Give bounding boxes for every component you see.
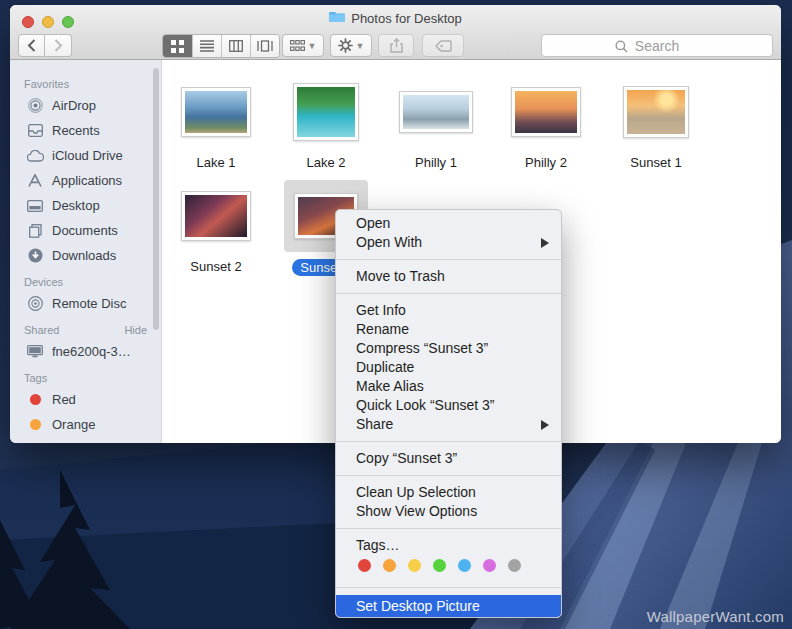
documents-icon <box>26 224 44 238</box>
sidebar-item-red[interactable]: Red <box>10 387 161 412</box>
photo-image <box>627 90 685 134</box>
file-label: Philly 2 <box>525 155 567 170</box>
file-philly-1[interactable]: Philly 1 <box>386 76 486 170</box>
file-thumbnail[interactable] <box>501 76 591 148</box>
file-lake-1[interactable]: Lake 1 <box>166 76 266 170</box>
menu-item-tags[interactable]: Tags… <box>336 536 561 555</box>
sidebar-item-label: Desktop <box>52 198 100 213</box>
view-switcher <box>162 34 280 58</box>
sidebar-item-fne6200q-3-[interactable]: fne6200q-3… <box>10 339 161 364</box>
menu-item-open[interactable]: Open <box>336 214 561 233</box>
sidebar-scrollbar[interactable] <box>153 68 159 330</box>
sidebar-item-remote-disc[interactable]: Remote Disc <box>10 291 161 316</box>
menu-item-quick-look-sunset-3[interactable]: Quick Look “Sunset 3” <box>336 396 561 415</box>
photo-image <box>515 91 577 133</box>
window-chrome: Photos for Desktop <box>10 5 781 60</box>
sidebar-item-orange[interactable]: Orange <box>10 412 161 437</box>
file-thumbnail[interactable] <box>613 76 699 148</box>
photo-thumbnail-frame <box>511 87 581 137</box>
tag-color-dot[interactable] <box>408 559 421 572</box>
search-input[interactable] <box>542 38 772 54</box>
photo-thumbnail-frame <box>399 91 473 133</box>
sidebar-section-header: SharedHide <box>24 324 147 336</box>
chevron-down-icon: ▼ <box>308 41 317 51</box>
file-lake-2[interactable]: Lake 2 <box>276 76 376 170</box>
file-thumbnail[interactable] <box>171 180 261 252</box>
tag-color-dot[interactable] <box>483 559 496 572</box>
sidebar-item-airdrop[interactable]: AirDrop <box>10 93 161 118</box>
menu-item-compress-sunset-3[interactable]: Compress “Sunset 3” <box>336 339 561 358</box>
menu-item-move-to-trash[interactable]: Move to Trash <box>336 267 561 286</box>
action-button[interactable]: ▼ <box>330 34 372 57</box>
sidebar-item-recents[interactable]: Recents <box>10 118 161 143</box>
tag-dot <box>26 419 44 430</box>
sidebar-item-label: Documents <box>52 223 118 238</box>
menu-item-show-view-options[interactable]: Show View Options <box>336 502 561 521</box>
menu-item-make-alias[interactable]: Make Alias <box>336 377 561 396</box>
menu-separator <box>336 259 561 260</box>
tag-color-dot[interactable] <box>458 559 471 572</box>
menu-item-duplicate[interactable]: Duplicate <box>336 358 561 377</box>
applications-icon <box>26 174 44 187</box>
arrange-button[interactable]: ▼ <box>282 34 324 57</box>
tag-color-dot[interactable] <box>383 559 396 572</box>
downloads-icon <box>26 248 44 263</box>
sidebar-section-header: Devices <box>24 276 147 288</box>
photo-image <box>185 195 247 237</box>
menu-separator <box>336 475 561 476</box>
share-button[interactable] <box>378 34 414 57</box>
view-grid-button[interactable] <box>163 35 192 57</box>
toolbar: ▼ ▼ <box>10 31 781 60</box>
section-title: Devices <box>24 276 63 288</box>
sidebar-item-icloud-drive[interactable]: iCloud Drive <box>10 143 161 168</box>
sidebar-item-documents[interactable]: Documents <box>10 218 161 243</box>
remote-disc-icon <box>26 296 44 311</box>
photo-thumbnail-frame <box>181 87 251 137</box>
sidebar-item-desktop[interactable]: Desktop <box>10 193 161 218</box>
tag-icon <box>435 40 452 52</box>
menu-item-copy-sunset-3[interactable]: Copy “Sunset 3” <box>336 449 561 468</box>
search-field[interactable] <box>541 34 773 57</box>
menu-item-clean-up-selection[interactable]: Clean Up Selection <box>336 483 561 502</box>
menu-item-rename[interactable]: Rename <box>336 320 561 339</box>
sidebar-item-label: Orange <box>52 417 95 432</box>
menu-item-set-desktop-picture[interactable]: Set Desktop Picture <box>336 595 561 617</box>
recents-icon <box>26 124 44 137</box>
view-coverflow-button[interactable] <box>250 35 279 57</box>
sidebar-item-label: Recents <box>52 123 100 138</box>
file-thumbnail[interactable] <box>283 76 369 148</box>
file-sunset-1[interactable]: Sunset 1 <box>606 76 706 170</box>
view-list-button[interactable] <box>192 35 221 57</box>
sidebar: FavoritesAirDropRecentsiCloud DriveAppli… <box>10 60 162 443</box>
tag-color-dot[interactable] <box>508 559 521 572</box>
search-icon <box>615 39 628 57</box>
section-title: Favorites <box>24 78 69 90</box>
back-button[interactable] <box>18 34 45 57</box>
file-thumbnail[interactable] <box>389 76 483 148</box>
sidebar-item-downloads[interactable]: Downloads <box>10 243 161 268</box>
menu-item-get-info[interactable]: Get Info <box>336 301 561 320</box>
menu-item-share[interactable]: Share <box>336 415 561 434</box>
shared-computer-icon <box>26 345 44 358</box>
file-sunset-2[interactable]: Sunset 2 <box>166 180 266 274</box>
sidebar-item-label: iCloud Drive <box>52 148 123 163</box>
chevron-down-icon: ▼ <box>356 41 365 51</box>
file-thumbnail[interactable] <box>171 76 261 148</box>
forward-button[interactable] <box>45 34 72 57</box>
folder-icon <box>329 9 345 27</box>
sidebar-item-applications[interactable]: Applications <box>10 168 161 193</box>
tag-color-dot[interactable] <box>433 559 446 572</box>
menu-item-open-with[interactable]: Open With <box>336 233 561 252</box>
file-philly-2[interactable]: Philly 2 <box>496 76 596 170</box>
section-title: Tags <box>24 372 47 384</box>
sidebar-section-header: Favorites <box>24 78 147 90</box>
view-columns-button[interactable] <box>221 35 250 57</box>
tag-color-dot[interactable] <box>358 559 371 572</box>
tag-button[interactable] <box>422 34 464 57</box>
submenu-arrow-icon <box>541 420 549 430</box>
photo-image <box>185 91 247 133</box>
sidebar-item-label: Red <box>52 392 76 407</box>
share-icon <box>390 38 403 53</box>
hide-section-button[interactable]: Hide <box>124 324 147 336</box>
airdrop-icon <box>26 98 44 113</box>
